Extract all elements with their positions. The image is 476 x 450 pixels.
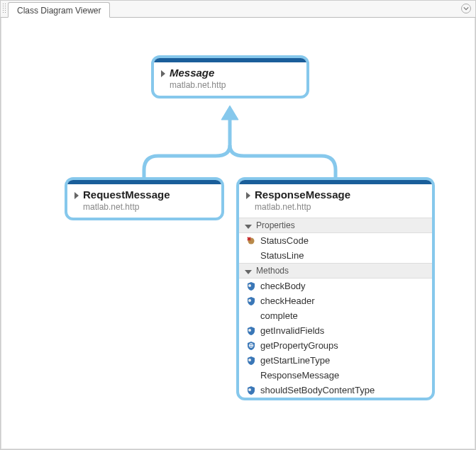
svg-point-5 xyxy=(248,359,251,361)
member-row[interactable]: complete xyxy=(239,308,432,323)
node-header: ResponseMessage matlab.net.http xyxy=(239,184,432,218)
class-name: Message xyxy=(170,67,226,79)
tab-menu-button[interactable] xyxy=(461,4,471,13)
blank-icon xyxy=(246,311,256,321)
member-row[interactable]: checkBody xyxy=(239,279,432,293)
member-name: ResponseMessage xyxy=(260,370,339,381)
collapse-caret-icon xyxy=(245,270,252,274)
node-title-block: Message matlab.net.http xyxy=(170,67,226,90)
member-name: StatusLine xyxy=(260,250,304,261)
member-name: getStartLineType xyxy=(260,355,330,366)
svg-point-1 xyxy=(248,284,251,287)
section-header-properties[interactable]: Properties xyxy=(239,218,432,233)
class-package: matlab.net.http xyxy=(170,80,226,90)
expand-caret-icon[interactable] xyxy=(161,70,165,77)
chevron-down-icon xyxy=(463,6,469,11)
blank-icon xyxy=(246,251,256,261)
class-name: RequestMessage xyxy=(83,189,170,201)
method-globe-icon xyxy=(246,341,256,351)
tab-strip: Class Diagram Viewer xyxy=(1,1,475,18)
method-shield-icon xyxy=(246,386,256,395)
class-node-message[interactable]: Message matlab.net.http xyxy=(151,55,309,99)
section-label: Properties xyxy=(256,220,295,230)
member-name: StatusCode xyxy=(260,235,309,246)
expand-caret-icon[interactable] xyxy=(74,192,79,199)
member-name: getPropertyGroups xyxy=(260,340,338,351)
blank-icon xyxy=(246,371,256,381)
properties-list: StatusCodeStatusLine xyxy=(239,233,432,263)
node-header: RequestMessage matlab.net.http xyxy=(67,184,221,218)
expand-caret-icon[interactable] xyxy=(246,192,250,199)
member-row[interactable]: shouldSetBodyContentType xyxy=(239,383,432,398)
drag-handle[interactable] xyxy=(2,3,6,14)
member-name: checkHeader xyxy=(260,296,315,306)
method-shield-icon xyxy=(246,281,256,291)
svg-point-2 xyxy=(248,299,251,302)
section-label: Methods xyxy=(256,266,289,276)
prop-nonpublic-icon xyxy=(246,236,256,246)
node-title-block: ResponseMessage matlab.net.http xyxy=(255,189,350,212)
svg-point-3 xyxy=(248,329,251,332)
class-package: matlab.net.http xyxy=(255,202,350,212)
node-title-block: RequestMessage matlab.net.http xyxy=(83,189,170,212)
member-row[interactable]: getPropertyGroups xyxy=(239,338,432,353)
member-row[interactable]: ResponseMessage xyxy=(239,368,432,383)
class-package: matlab.net.http xyxy=(83,202,170,212)
methods-list: checkBodycheckHeadercompletegetInvalidFi… xyxy=(239,279,432,398)
member-row[interactable]: StatusCode xyxy=(239,233,432,248)
method-shield-icon xyxy=(246,296,256,306)
member-name: getInvalidFields xyxy=(260,325,324,336)
svg-point-6 xyxy=(248,388,251,391)
class-node-request-message[interactable]: RequestMessage matlab.net.http xyxy=(65,177,224,220)
tab-class-diagram-viewer[interactable]: Class Diagram Viewer xyxy=(8,2,110,18)
method-shield-icon xyxy=(246,356,256,366)
collapse-caret-icon xyxy=(245,225,252,229)
diagram-canvas[interactable]: Message matlab.net.http RequestMessage m… xyxy=(1,18,475,449)
member-row[interactable]: StatusLine xyxy=(239,248,432,263)
member-name: complete xyxy=(260,310,298,321)
tab-label: Class Diagram Viewer xyxy=(17,6,101,16)
node-header: Message matlab.net.http xyxy=(154,62,306,96)
class-name: ResponseMessage xyxy=(255,189,350,201)
member-name: shouldSetBodyContentType xyxy=(260,385,375,395)
member-name: checkBody xyxy=(260,281,306,291)
member-row[interactable]: getInvalidFields xyxy=(239,323,432,338)
method-shield-icon xyxy=(246,326,256,336)
member-row[interactable]: checkHeader xyxy=(239,293,432,308)
section-header-methods[interactable]: Methods xyxy=(239,263,432,279)
member-row[interactable]: getStartLineType xyxy=(239,353,432,368)
class-node-response-message[interactable]: ResponseMessage matlab.net.http Properti… xyxy=(236,177,435,400)
